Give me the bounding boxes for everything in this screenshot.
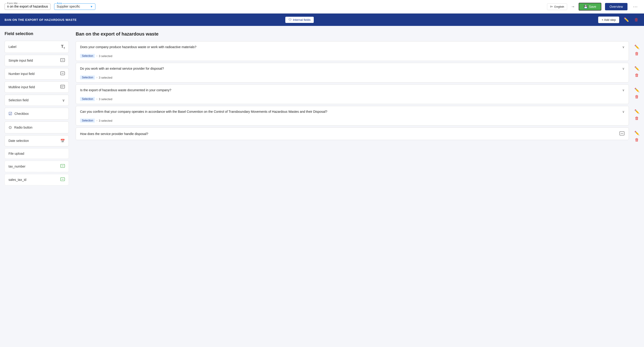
main-layout: Field selection Label TT Simple input fi… — [0, 26, 644, 341]
question-2-selected-count: 3 selected — [98, 76, 112, 79]
question-3-chevron-right-icon: › — [96, 97, 97, 101]
number-input-label: Number input field — [8, 72, 35, 76]
question-2-text: Do you work with an external service pro… — [80, 67, 620, 70]
area-select[interactable]: Area Supplier specific ▼ — [54, 3, 96, 10]
shield-icon: 🛡 — [288, 18, 292, 21]
internal-fields-button[interactable]: 🛡 Internal fields — [285, 17, 314, 23]
tax-number-label: tax_number — [8, 165, 26, 168]
question-2-selection-info: Selection › 3 selected — [76, 74, 629, 82]
label-text-icon: TT — [61, 44, 65, 49]
selection-chevron-icon: ∨ — [62, 98, 65, 102]
question-4-chevron-icon[interactable]: ∨ — [622, 110, 624, 113]
section-bar: BAN ON THE EXPORT OF HAZARDOUS WASTE 🛡 I… — [0, 13, 644, 26]
question-5-edit-icon[interactable]: ✏️ — [634, 131, 640, 136]
question-4-actions: ✏️ 🗑 — [634, 106, 640, 121]
question-3-selection-info: Selection › 3 selected — [76, 96, 629, 104]
section-delete-icon[interactable]: 🗑 — [634, 16, 640, 23]
question-2-chevron-right-icon: › — [96, 76, 97, 79]
number-input-icon — [60, 71, 65, 76]
multiline-label: Multiline input field — [8, 85, 35, 89]
question-3-chevron-icon[interactable]: ∨ — [622, 88, 624, 92]
question-4-selected-count: 3 selected — [98, 119, 112, 122]
area-chevron-icon: ▼ — [90, 5, 93, 8]
checkbox-icon: ☑ — [8, 111, 12, 116]
content-title: Ban on the export of hazardous waste — [76, 31, 640, 37]
calendar-icon: 📅 — [60, 139, 65, 143]
section-edit-icon[interactable]: ✏️ — [623, 16, 630, 23]
question-5-card: How does the service provider handle dis… — [76, 127, 629, 140]
sidebar-title: Field selection — [4, 31, 69, 36]
question-3-text: Is the export of hazardous waste documen… — [80, 88, 620, 92]
question-2-row: Do you work with an external service pro… — [76, 63, 629, 74]
question-5-outer: How does the service provider handle dis… — [76, 127, 640, 142]
field-sidebar: Field selection Label TT Simple input fi… — [4, 31, 69, 335]
area-value: Supplier specific — [57, 4, 80, 8]
simple-input-label: Simple input field — [8, 59, 33, 62]
question-3-row: Is the export of hazardous waste documen… — [76, 85, 629, 96]
field-item-date[interactable]: Date selection 📅 — [4, 135, 69, 146]
question-1-card: Does your company produce hazardous wast… — [76, 41, 629, 61]
question-3-card: Is the export of hazardous waste documen… — [76, 84, 629, 104]
field-item-number-input[interactable]: Number input field — [4, 68, 69, 79]
form-title-input[interactable] — [7, 4, 48, 8]
question-1-chevron-icon[interactable]: ∨ — [622, 45, 624, 49]
save-label: Save — [589, 5, 596, 8]
question-3-actions: ✏️ 🗑 — [634, 84, 640, 99]
language-label: English — [554, 5, 564, 8]
question-4-delete-icon[interactable]: 🗑 — [635, 116, 639, 121]
question-1-chevron-right-icon: › — [96, 54, 97, 57]
question-5-row: How does the service provider handle dis… — [76, 128, 629, 140]
question-4-text: Can you confirm that your company operat… — [80, 110, 620, 113]
field-item-file-upload[interactable]: File upload — [4, 148, 69, 159]
question-1-delete-icon[interactable]: 🗑 — [635, 51, 639, 56]
question-2-delete-icon[interactable]: 🗑 — [635, 73, 639, 78]
question-2-chevron-icon[interactable]: ∨ — [622, 67, 624, 70]
question-2-outer: Do you work with an external service pro… — [76, 63, 640, 82]
checkbox-label: Checkbox — [14, 112, 29, 115]
field-item-multiline[interactable]: Multiline input field — [4, 81, 69, 93]
question-4-card: Can you confirm that your company operat… — [76, 106, 629, 126]
file-upload-label: File upload — [8, 152, 24, 155]
svg-rect-2 — [60, 85, 65, 88]
question-1-edit-icon[interactable]: ✏️ — [634, 44, 640, 49]
question-1-actions: ✏️ 🗑 — [634, 41, 640, 56]
field-item-checkbox[interactable]: ☑ Checkbox — [4, 108, 69, 120]
content-area: Ban on the export of hazardous waste Doe… — [76, 31, 640, 335]
question-4-type-badge: Selection — [80, 118, 95, 123]
radio-label: Radio button — [14, 126, 32, 129]
label-field-label: Label — [8, 45, 16, 48]
form-title-field[interactable]: Form title — [4, 3, 50, 10]
question-4-selection-info: Selection › 3 selected — [76, 117, 629, 125]
sales-tax-icon — [60, 177, 65, 182]
radio-icon: ⊙ — [8, 125, 12, 130]
tax-number-icon — [60, 164, 65, 169]
overview-button[interactable]: Overview — [605, 3, 628, 10]
field-item-tax-number[interactable]: tax_number — [4, 161, 69, 172]
question-1-text: Does your company produce hazardous wast… — [80, 45, 620, 49]
question-3-edit-icon[interactable]: ✏️ — [634, 87, 640, 93]
question-5-input-icon — [620, 131, 624, 136]
area-label: Area — [56, 2, 62, 4]
field-item-selection[interactable]: Selection field ∨ — [4, 95, 69, 106]
field-item-radio[interactable]: ⊙ Radio button — [4, 121, 69, 133]
simple-input-icon — [60, 58, 65, 63]
field-item-simple-input[interactable]: Simple input field — [4, 55, 69, 66]
more-options-button[interactable]: ⋯ — [631, 3, 640, 10]
save-icon: 💾 — [584, 5, 588, 8]
question-4-row: Can you confirm that your company operat… — [76, 106, 629, 117]
field-item-sales-tax[interactable]: sales_tax_id — [4, 174, 69, 185]
question-3-delete-icon[interactable]: 🗑 — [635, 94, 639, 99]
question-5-text: How does the service provider handle dis… — [80, 132, 617, 136]
field-item-label[interactable]: Label TT — [4, 41, 69, 53]
add-step-button[interactable]: + Add step — [598, 16, 619, 23]
question-2-edit-icon[interactable]: ✏️ — [634, 66, 640, 71]
save-button[interactable]: 💾 Save — [579, 3, 601, 10]
sales-tax-label: sales_tax_id — [8, 178, 26, 182]
date-label: Date selection — [8, 139, 29, 143]
question-3-outer: Is the export of hazardous waste documen… — [76, 84, 640, 104]
question-4-edit-icon[interactable]: ✏️ — [634, 109, 640, 114]
flag-icon: 🏳 — [550, 5, 553, 8]
question-5-delete-icon[interactable]: 🗑 — [635, 137, 639, 142]
language-button[interactable]: 🏳 English — [547, 3, 567, 10]
question-1-outer: Does your company produce hazardous wast… — [76, 41, 640, 61]
